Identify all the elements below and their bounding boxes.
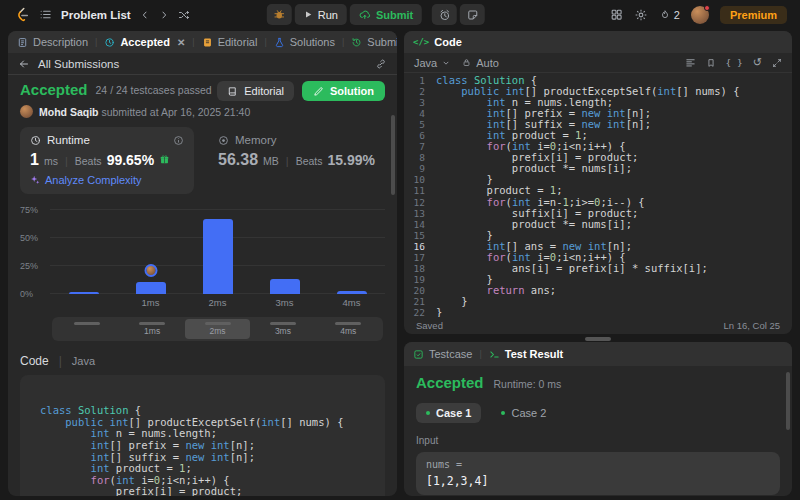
streak-counter[interactable]: 2 — [659, 9, 680, 21]
editor-line[interactable]: 22} — [404, 307, 792, 317]
test-status: Accepted — [416, 374, 484, 391]
leetcode-app: Problem List — [0, 0, 800, 500]
bookmark-icon[interactable] — [706, 58, 716, 68]
editor-line[interactable]: 14 product *= nums[i]; — [404, 219, 792, 230]
share-link-icon[interactable] — [375, 58, 387, 70]
line-number: 13 — [404, 208, 436, 219]
user-avatar[interactable] — [691, 6, 709, 24]
line-number: 5 — [404, 119, 436, 130]
left-tab-strip: Description | Accepted ✕ | Editorial | S… — [8, 31, 397, 53]
language-selector[interactable]: Java — [414, 57, 450, 69]
input-box[interactable]: nums = [1,2,3,4] — [416, 452, 780, 495]
next-problem-icon[interactable] — [159, 10, 169, 20]
tab-accepted[interactable]: Accepted ✕ — [104, 36, 185, 48]
case-1-button[interactable]: Case 1 — [416, 403, 481, 423]
input-variable: nums = — [426, 459, 770, 470]
line-number: 1 — [404, 75, 436, 86]
runtime-bar[interactable] — [337, 291, 367, 294]
runtime-card[interactable]: Runtime 1 ms | Beats 99.65% — [20, 127, 194, 194]
cursor-position[interactable]: Ln 16, Col 25 — [723, 320, 780, 331]
line-number: 16 — [404, 241, 436, 252]
author-name: Mohd Saqib — [39, 106, 99, 118]
brush-slot[interactable]: 3ms — [250, 319, 315, 339]
tab-testcase[interactable]: Testcase — [413, 348, 472, 360]
code-editor[interactable]: 1class Solution {2 public int[] productE… — [404, 73, 792, 317]
snippet-lines: class Solution { public int[] productExc… — [40, 405, 385, 496]
editor-lines: 1class Solution {2 public int[] productE… — [404, 75, 792, 317]
format-code-icon[interactable] — [685, 57, 696, 68]
debugger-button[interactable] — [267, 4, 292, 25]
test-scrollbar[interactable] — [786, 372, 790, 430]
analyze-complexity-link[interactable]: Analyze Complexity — [30, 174, 184, 186]
line-number: 22 — [404, 307, 436, 317]
submitted-code-snippet: class Solution { public int[] productExc… — [20, 375, 385, 496]
brush-slot[interactable]: 2ms — [185, 319, 250, 339]
shuffle-icon[interactable] — [178, 9, 190, 21]
editorial-button[interactable]: Editorial — [217, 81, 294, 101]
problem-list-label[interactable]: Problem List — [61, 9, 131, 21]
line-number: 15 — [404, 230, 436, 241]
run-button[interactable]: Run — [295, 4, 347, 25]
solution-button[interactable]: Solution — [302, 81, 385, 101]
runtime-bar[interactable] — [270, 279, 300, 294]
runtime-bar[interactable] — [69, 292, 99, 294]
lock-icon — [462, 58, 471, 67]
settings-gear-icon[interactable] — [634, 8, 648, 22]
problem-list-icon[interactable] — [39, 8, 52, 21]
premium-button[interactable]: Premium — [720, 6, 787, 24]
brush-label: 4ms — [340, 327, 356, 336]
test-result-content: Accepted Runtime: 0 ms Case 1 Case 2 — [404, 366, 792, 496]
check-square-icon — [413, 349, 424, 360]
notes-button[interactable] — [460, 4, 485, 25]
fullscreen-icon[interactable] — [772, 58, 782, 68]
tab-submissions[interactable]: Submissions — [351, 36, 397, 48]
case-2-button[interactable]: Case 2 — [491, 403, 556, 423]
timer-button[interactable] — [432, 4, 457, 25]
snippet-line: prefix[i] = product; — [40, 486, 385, 496]
accepted-clock-icon — [104, 37, 115, 48]
layout-grid-icon[interactable] — [610, 8, 623, 21]
gift-icon[interactable] — [159, 154, 170, 165]
y-axis-label: 0% — [20, 289, 33, 299]
braces-icon[interactable]: { } — [726, 58, 743, 68]
main-area: Description | Accepted ✕ | Editorial | S… — [0, 29, 800, 500]
tab-solutions[interactable]: Solutions — [274, 36, 335, 48]
editor-line[interactable]: 12 for(int i=n-1;i>=0;i--) { — [404, 197, 792, 208]
back-arrow-icon[interactable] — [18, 58, 30, 70]
alarm-clock-icon — [439, 9, 451, 21]
editor-line[interactable]: 13 suffix[i] = product; — [404, 208, 792, 219]
auto-toggle[interactable]: Auto — [462, 57, 499, 69]
x-axis-label: 1ms — [117, 297, 184, 308]
tab-editorial[interactable]: Editorial — [202, 36, 258, 48]
pencil-icon — [313, 86, 324, 97]
runtime-value: 1 — [30, 151, 39, 169]
left-scrollbar[interactable] — [391, 115, 395, 195]
reset-code-icon[interactable]: ↺ — [753, 57, 762, 68]
chart-slot — [117, 204, 184, 294]
brush-slot[interactable]: 4ms — [316, 319, 381, 339]
brush-slot[interactable] — [54, 319, 119, 339]
line-number: 3 — [404, 97, 436, 108]
prev-problem-icon[interactable] — [140, 10, 150, 20]
tab-test-result[interactable]: Test Result — [489, 348, 563, 360]
runtime-chart-brush[interactable]: 1ms2ms3ms4ms — [52, 317, 383, 341]
right-column: </> Code Java Auto — [404, 31, 792, 496]
leetcode-logo[interactable] — [13, 6, 30, 23]
note-icon — [467, 9, 479, 21]
editor-toolbar: Java Auto { } — [404, 53, 792, 73]
submissions-subheader: All Submissions — [8, 53, 397, 75]
user-runtime-marker — [144, 264, 157, 277]
runtime-bar[interactable] — [203, 219, 233, 294]
close-tab-icon[interactable]: ✕ — [177, 37, 185, 48]
brush-slot[interactable]: 1ms — [119, 319, 184, 339]
streak-count: 2 — [674, 9, 680, 21]
submit-button[interactable]: Submit — [350, 4, 422, 25]
editor-line[interactable]: 21 } — [404, 296, 792, 307]
tab-code[interactable]: </> Code — [413, 36, 462, 48]
info-icon[interactable] — [173, 135, 184, 146]
runtime-bar[interactable] — [136, 282, 166, 294]
tab-description[interactable]: Description — [17, 36, 88, 48]
panel-resize-handle[interactable] — [585, 337, 611, 341]
line-number: 10 — [404, 174, 436, 185]
memory-card[interactable]: Memory 56.38 MB | Beats 15.99% — [208, 127, 385, 194]
